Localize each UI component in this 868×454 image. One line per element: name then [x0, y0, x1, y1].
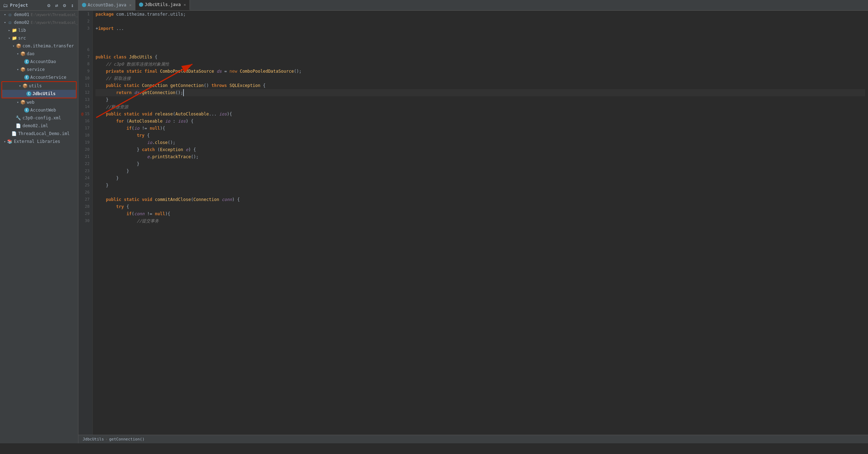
tab-file-icon	[82, 3, 86, 7]
sidebar-item-demo01[interactable]: ▾ ◻ demo01 E:\mywork\ThreadLocal_Demo\de…	[0, 11, 78, 19]
sidebar-item-dao[interactable]: ▾ 📦 dao	[0, 50, 78, 58]
tab-accountdao[interactable]: AccountDao.java ×	[78, 0, 135, 10]
line-num-30: 30	[81, 217, 89, 225]
package-icon: 📦	[16, 43, 21, 49]
line-num-24: 24	[81, 175, 89, 182]
dao-label: dao	[27, 51, 35, 56]
code-line-6	[95, 46, 865, 53]
sidebar-item-demo02-iml[interactable]: 📄 demo02.iml	[0, 122, 78, 130]
c3p0-label: c3p0-config.xml	[22, 115, 61, 120]
paren-16b: ) {	[186, 118, 193, 125]
sidebar-item-threadlocal-iml[interactable]: 📄 ThreadLocal_Demo.iml	[0, 130, 78, 138]
collapse-icon[interactable]: ↕	[69, 2, 75, 8]
kw-static-27: static	[124, 196, 142, 203]
sidebar-item-service[interactable]: ▾ 📦 service	[0, 66, 78, 73]
sidebar-item-lib[interactable]: ▸ 📁 lib	[0, 26, 78, 34]
code-area[interactable]: package com.itheima.transfer.utils; +imp…	[93, 11, 868, 435]
eq: =	[224, 68, 229, 75]
indent-15	[95, 110, 106, 118]
expand-arrow-dao: ▾	[16, 52, 20, 56]
brace-22: }	[137, 160, 139, 167]
line-num-5	[81, 39, 89, 46]
kw-import: import	[98, 25, 117, 32]
line-num-3: 3	[81, 25, 89, 32]
breadcrumb-method: getConnection()	[109, 437, 144, 442]
threadlocal-iml-label: ThreadLocal_Demo.iml	[18, 131, 70, 136]
sidebar-item-accountservice[interactable]: C AccountService	[0, 73, 78, 81]
line-num-11: 11	[81, 82, 89, 89]
tab-jdbcutils-close[interactable]: ×	[184, 2, 186, 7]
settings-icon[interactable]: ⚙	[62, 2, 67, 8]
cls-combo: ComboPooledDataSource	[160, 68, 217, 75]
var-conn: conn	[222, 196, 232, 203]
kw-void-27: void	[142, 196, 155, 203]
code-line-26	[95, 189, 865, 196]
tab-jdbcutils[interactable]: JdbcUtils.java ×	[135, 0, 190, 10]
code-line-9: private static final ComboPooledDataSour…	[95, 68, 865, 75]
line-num-13: 13	[81, 96, 89, 103]
xml-icon: 🔧	[16, 115, 21, 120]
line-num-16: 16	[81, 118, 89, 125]
line-num-29: 29	[81, 210, 89, 217]
indent-14	[95, 103, 106, 110]
paren-29b: ){	[165, 210, 170, 217]
line-num-15: @ 15	[81, 110, 89, 118]
utils-label: utils	[29, 83, 42, 88]
sidebar-item-web[interactable]: ▾ 📦 web	[0, 98, 78, 106]
dot-21: .	[150, 153, 152, 160]
gear-icon[interactable]: ⚙	[46, 2, 52, 8]
code-line-22: }	[95, 160, 865, 167]
comment-14: //释放资源	[106, 103, 128, 110]
sidebar-item-accountweb[interactable]: C AccountWeb	[0, 106, 78, 114]
code-line-15: public static void release(AutoCloseable…	[95, 110, 865, 118]
gutter-annotation-icon: @	[81, 110, 83, 118]
code-line-27: public static void commitAndClose(Connec…	[95, 196, 865, 203]
indent-30	[95, 217, 137, 225]
sidebar-item-jdbcutils[interactable]: C JdbcUtils	[2, 90, 76, 98]
indent-19	[95, 139, 147, 146]
folder-icon-src: 📁	[11, 35, 17, 41]
paren-17b: ){	[160, 125, 165, 132]
package-icon-service: 📦	[20, 67, 26, 72]
paren-17a: (	[131, 125, 134, 132]
var-e-21: e	[147, 153, 150, 160]
sync-icon[interactable]: ⇄	[54, 2, 60, 8]
sidebar-item-utils[interactable]: ▾ 📦 utils	[2, 82, 76, 90]
editor-wrapper: 1 2 3 6 7 8 9 10 11 12 13 14 @ 15	[78, 11, 868, 443]
package-icon-utils: 📦	[22, 83, 28, 89]
var-io-19: io	[147, 139, 152, 146]
dot-12: .	[139, 89, 142, 96]
paren-27b: ) {	[232, 196, 240, 203]
code-line-18: try {	[95, 132, 865, 139]
code-line-8: // c3p0 数据库连接池对象属性	[95, 61, 865, 68]
code-editor[interactable]: 1 2 3 6 7 8 9 10 11 12 13 14 @ 15	[78, 11, 868, 435]
sidebar-item-package-root[interactable]: ▾ 📦 com.itheima.transfer	[0, 42, 78, 50]
status-bar: JdbcUtils › getConnection()	[78, 435, 868, 443]
brace-11: {	[263, 82, 265, 89]
code-line-2	[95, 18, 865, 25]
colon-16: :	[173, 118, 178, 125]
kw-if-17: if	[126, 125, 131, 132]
expand-arrow-src: ▾	[7, 36, 11, 40]
demo01-path: E:\mywork\ThreadLocal_Demo\demo01	[31, 13, 78, 17]
breadcrumb-class: JdbcUtils	[83, 437, 104, 442]
expand-arrow-service: ▾	[16, 67, 20, 72]
line-num-22: 22	[81, 160, 89, 167]
kw-new: new	[229, 68, 240, 75]
accountdao-label: AccountDao	[30, 59, 56, 64]
sidebar-item-accountdao[interactable]: C AccountDao	[0, 58, 78, 66]
sidebar-item-external-libraries[interactable]: ▸ 📚 External Libraries	[0, 138, 78, 145]
brace-close-20: }	[137, 146, 142, 153]
var-ios: ios	[219, 110, 227, 118]
line-num-9: 9	[81, 68, 89, 75]
sidebar-item-demo02[interactable]: ▾ ◻ demo02 E:\mywork\ThreadLocal_Demo\de…	[0, 19, 78, 26]
code-line-7: public class JdbcUtils {	[95, 53, 865, 61]
sidebar-item-src[interactable]: ▾ 📁 src	[0, 34, 78, 42]
kw-static: static	[126, 68, 145, 75]
code-line-17: if(io != null){	[95, 125, 865, 132]
code-line-29: if(conn != null){	[95, 210, 865, 217]
paren-29a: (	[131, 210, 134, 217]
paren-27a: (	[191, 196, 193, 203]
tab-accountdao-close[interactable]: ×	[129, 3, 131, 7]
sidebar-item-c3p0-xml[interactable]: 🔧 c3p0-config.xml	[0, 114, 78, 122]
